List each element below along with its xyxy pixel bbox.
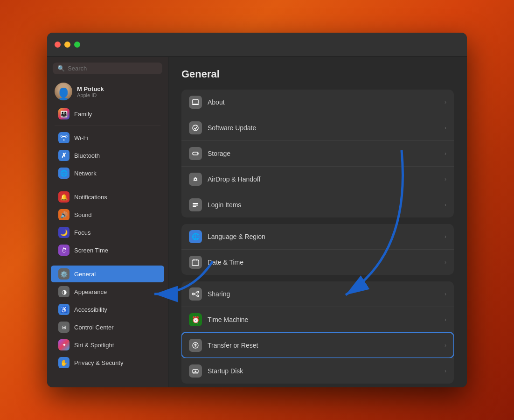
sidebar-item-label: Wi-Fi bbox=[74, 134, 88, 141]
sidebar-item-siri[interactable]: ✦ Siri & Spotlight bbox=[51, 336, 164, 353]
sidebar-item-label: Accessibility bbox=[74, 306, 107, 313]
bluetooth-icon: ✗ bbox=[58, 150, 69, 161]
svg-rect-0 bbox=[193, 99, 198, 104]
chevron-icon: › bbox=[445, 368, 446, 374]
settings-row-sharing[interactable]: Sharing › bbox=[181, 281, 454, 307]
login-items-icon bbox=[189, 198, 202, 211]
sidebar-item-general[interactable]: ⚙️ General bbox=[51, 266, 164, 282]
sidebar-item-notifications[interactable]: 🔔 Notifications bbox=[51, 189, 164, 205]
settings-row-timemachine[interactable]: ⏰ Time Machine › bbox=[181, 307, 454, 332]
svg-point-4 bbox=[197, 153, 198, 154]
control-center-icon: ⊞ bbox=[58, 322, 69, 333]
user-subtitle: Apple ID bbox=[77, 92, 104, 98]
user-account-item[interactable]: 👤 M Potuck Apple ID bbox=[47, 80, 168, 103]
siri-icon: ✦ bbox=[58, 339, 69, 350]
general-icon: ⚙️ bbox=[58, 268, 69, 280]
row-label: Sharing bbox=[208, 290, 439, 298]
sidebar-item-label: Focus bbox=[74, 229, 90, 236]
sidebar-item-control-center[interactable]: ⊞ Control Center bbox=[51, 319, 164, 336]
sound-icon: 🔊 bbox=[58, 209, 69, 220]
sidebar-item-label: Screen Time bbox=[74, 247, 108, 254]
user-info: M Potuck Apple ID bbox=[77, 85, 104, 98]
row-label: AirDrop & Handoff bbox=[208, 175, 439, 183]
sidebar-item-focus[interactable]: 🌙 Focus bbox=[51, 224, 164, 241]
network-icon: 🌐 bbox=[58, 168, 69, 179]
svg-rect-12 bbox=[192, 262, 199, 262]
svg-point-13 bbox=[192, 293, 194, 295]
settings-row-airdrop[interactable]: AirDrop & Handoff › bbox=[181, 166, 454, 192]
row-label: Transfer or Reset bbox=[208, 342, 439, 349]
divider-3 bbox=[55, 262, 160, 262]
sidebar-item-sound[interactable]: 🔊 Sound bbox=[51, 206, 164, 223]
chevron-icon: › bbox=[445, 176, 446, 182]
svg-rect-10 bbox=[194, 259, 194, 261]
divider-1 bbox=[55, 126, 160, 126]
family-icon: 👨‍👩‍👧 bbox=[58, 108, 69, 119]
settings-row-software-update[interactable]: Software Update › bbox=[181, 115, 454, 140]
chevron-icon: › bbox=[445, 233, 446, 240]
sidebar-item-label: Family bbox=[74, 111, 92, 118]
svg-rect-7 bbox=[193, 205, 198, 206]
sidebar-item-privacy[interactable]: ✋ Privacy & Security bbox=[51, 354, 164, 371]
settings-row-transfer[interactable]: Transfer or Reset › bbox=[181, 332, 454, 358]
sidebar-item-wifi[interactable]: Wi-Fi bbox=[51, 129, 164, 146]
settings-row-language[interactable]: 🌐 Language & Region › bbox=[181, 224, 454, 249]
row-label: Startup Disk bbox=[208, 367, 439, 375]
svg-point-15 bbox=[197, 295, 199, 297]
chevron-icon: › bbox=[445, 342, 446, 349]
settings-row-about[interactable]: About › bbox=[181, 90, 454, 115]
appearance-icon: ◑ bbox=[58, 286, 69, 297]
sidebar-item-appearance[interactable]: ◑ Appearance bbox=[51, 283, 164, 300]
software-update-icon bbox=[189, 121, 202, 134]
accessibility-icon: ♿ bbox=[58, 304, 69, 315]
screentime-icon: ⏱ bbox=[58, 245, 69, 256]
row-label: Date & Time bbox=[208, 259, 439, 266]
search-input[interactable] bbox=[68, 65, 158, 72]
maximize-button[interactable] bbox=[74, 42, 80, 48]
chevron-icon: › bbox=[445, 150, 446, 157]
settings-row-startup[interactable]: Startup Disk › bbox=[181, 358, 454, 384]
language-icon: 🌐 bbox=[189, 230, 202, 243]
sidebar-item-screentime[interactable]: ⏱ Screen Time bbox=[51, 242, 164, 259]
svg-rect-11 bbox=[197, 259, 198, 261]
settings-row-storage[interactable]: Storage › bbox=[181, 140, 454, 166]
main-content: 🔍 👤 M Potuck Apple ID 👨‍👩‍👧 Family bbox=[47, 57, 467, 387]
system-preferences-window: 🔍 👤 M Potuck Apple ID 👨‍👩‍👧 Family bbox=[47, 33, 467, 387]
datetime-icon bbox=[189, 256, 202, 269]
close-button[interactable] bbox=[55, 42, 61, 48]
settings-group-2: 🌐 Language & Region › Date & Time bbox=[181, 224, 454, 275]
sidebar-item-label: General bbox=[74, 271, 96, 278]
settings-row-login-items[interactable]: Login Items › bbox=[181, 192, 454, 217]
row-label: About bbox=[208, 98, 439, 106]
chevron-icon: › bbox=[445, 291, 446, 297]
svg-rect-6 bbox=[193, 203, 198, 204]
sidebar-item-bluetooth[interactable]: ✗ Bluetooth bbox=[51, 147, 164, 164]
chevron-icon: › bbox=[445, 202, 446, 208]
privacy-icon: ✋ bbox=[58, 357, 69, 368]
sidebar-item-network[interactable]: 🌐 Network bbox=[51, 165, 164, 182]
notifications-icon: 🔔 bbox=[58, 191, 69, 203]
sidebar-item-label: Siri & Spotlight bbox=[74, 342, 114, 349]
sidebar-item-label: Sound bbox=[74, 211, 92, 218]
settings-group-1: About › Software Update › bbox=[181, 90, 454, 217]
sidebar-item-family[interactable]: 👨‍👩‍👧 Family bbox=[51, 105, 164, 122]
divider-2 bbox=[55, 185, 160, 185]
row-label: Time Machine bbox=[208, 316, 439, 323]
sidebar-item-label: Privacy & Security bbox=[74, 359, 123, 366]
sharing-icon bbox=[189, 287, 202, 301]
svg-rect-1 bbox=[192, 104, 199, 105]
svg-point-21 bbox=[195, 371, 196, 372]
row-label: Software Update bbox=[208, 124, 439, 132]
minimize-button[interactable] bbox=[64, 42, 70, 48]
settings-row-datetime[interactable]: Date & Time › bbox=[181, 249, 454, 275]
chevron-icon: › bbox=[445, 316, 446, 323]
startup-icon bbox=[189, 364, 202, 378]
svg-line-16 bbox=[194, 293, 197, 294]
transfer-icon bbox=[189, 339, 202, 352]
sidebar-item-label: Bluetooth bbox=[74, 152, 100, 159]
avatar: 👤 bbox=[55, 83, 72, 100]
sidebar-item-accessibility[interactable]: ♿ Accessibility bbox=[51, 301, 164, 318]
sidebar-item-label: Notifications bbox=[74, 194, 107, 201]
search-bar[interactable]: 🔍 bbox=[53, 63, 162, 74]
sidebar-item-label: Network bbox=[74, 170, 97, 177]
